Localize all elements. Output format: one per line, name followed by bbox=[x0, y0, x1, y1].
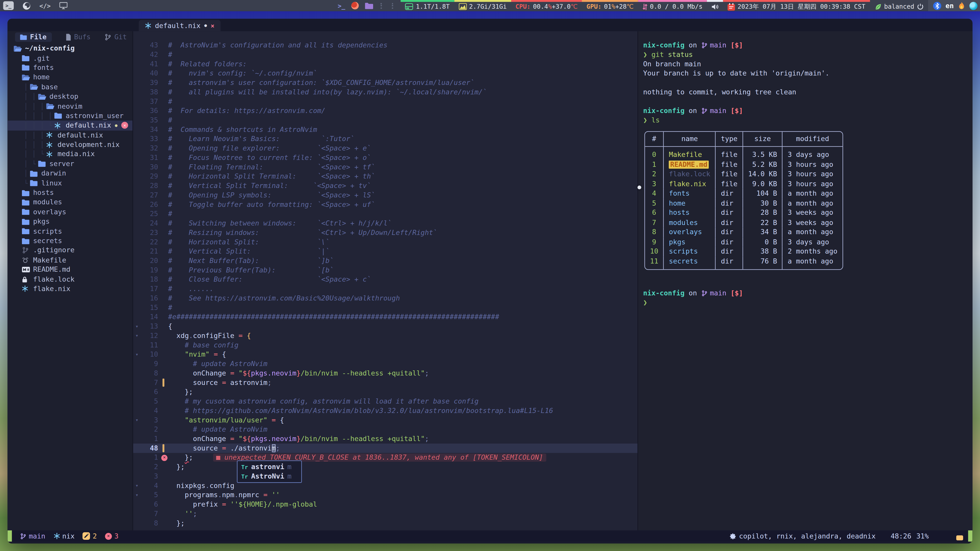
code-line[interactable]: 32# Opening file explorer: `<Space> + e` bbox=[133, 144, 638, 153]
code-line[interactable]: ▾10 "nvim" = { bbox=[133, 350, 638, 359]
tree-item[interactable]: │└server bbox=[7, 159, 132, 169]
tree-item[interactable]: │base bbox=[7, 82, 132, 92]
workspace-code-icon[interactable]: </> bbox=[39, 2, 51, 9]
code-line[interactable]: 2 # update AstroNvim bbox=[133, 425, 638, 434]
tree-item[interactable]: flake.lock bbox=[7, 275, 132, 284]
code-line[interactable]: 41# Related folders: bbox=[133, 59, 638, 69]
table-row[interactable]: 9pkgsdir0 B3 days ago bbox=[645, 237, 842, 247]
stat-memory[interactable]: 2.7Gi/31Gi bbox=[454, 0, 511, 11]
table-row[interactable]: 11secretsdir76 Ba month ago bbox=[645, 256, 842, 269]
fold-icon[interactable]: ▾ bbox=[133, 331, 141, 341]
code-line[interactable]: 37# bbox=[133, 97, 638, 106]
table-row[interactable]: 6hostsdir28 B3 weeks ago bbox=[645, 208, 842, 218]
code-line[interactable]: 16# See https://astronvim.com/Basic%20Us… bbox=[133, 294, 638, 303]
code-line[interactable]: 29# Horizontal Split Terminal: `<Space> … bbox=[133, 171, 638, 181]
code-line[interactable]: 40# nvim's config: `~/.config/nvim` bbox=[133, 68, 638, 78]
tree-item[interactable]: ││└media.nix bbox=[7, 149, 132, 159]
code-line[interactable]: 22# Horizontal Split: `\` bbox=[133, 238, 638, 247]
code-line[interactable]: 28# Vertical Split Terminal: `<Space> + … bbox=[133, 181, 638, 191]
tab-bufs[interactable]: Bufs bbox=[65, 33, 91, 41]
code-line[interactable]: 43# AstroNvim's configuration and all it… bbox=[133, 41, 638, 50]
code-line[interactable]: 2 }; bbox=[133, 462, 638, 472]
code-line[interactable]: 31# Focus Neotree to current file: `<Spa… bbox=[133, 153, 638, 162]
code-line[interactable]: 6 }; bbox=[133, 387, 638, 397]
workspace-browser-icon[interactable] bbox=[22, 2, 30, 10]
code-line[interactable]: 9 # update AstroNvim bbox=[133, 359, 638, 368]
stat-volume[interactable] bbox=[707, 0, 723, 11]
tree-item[interactable]: fonts bbox=[7, 63, 132, 73]
tree-item[interactable]: home bbox=[7, 73, 132, 83]
tree-item[interactable]: │││neovim bbox=[7, 102, 132, 111]
tree-item[interactable]: scripts bbox=[7, 227, 132, 236]
statusline-errors[interactable]: ✕ 3 bbox=[105, 532, 118, 540]
stat-network[interactable]: 0.0 / 0.0 Mb/s bbox=[638, 0, 707, 11]
table-row[interactable]: 5homedir30 Ba month ago bbox=[645, 198, 842, 208]
tree-item[interactable]: hosts bbox=[7, 188, 132, 198]
statusline-git-branch[interactable]: main bbox=[20, 532, 45, 540]
app-tray-icon[interactable] bbox=[969, 2, 977, 10]
table-row[interactable]: 1README.mdfile5.2 KB3 hours ago bbox=[645, 160, 842, 169]
code-line[interactable]: 27# Opening LSP symbols: `<Space> + lS` bbox=[133, 191, 638, 200]
fold-icon[interactable]: ▾ bbox=[133, 416, 141, 425]
code-line[interactable]: 19# Previous Buffer(Tab): `[b` bbox=[133, 265, 638, 275]
code-line[interactable]: ▾3 "astronvim/lua/user" = { bbox=[133, 416, 638, 425]
code-line[interactable]: 24# Switching between windows: `<Ctrl> +… bbox=[133, 219, 638, 228]
code-line[interactable]: 7 ''; bbox=[133, 509, 638, 519]
taskbar-terminal-icon[interactable]: >_ bbox=[338, 2, 345, 9]
code-line[interactable]: 42# bbox=[133, 50, 638, 59]
stat-clock[interactable]: 2023年 07月 13日 星期四 00:39:38 CST bbox=[723, 0, 870, 11]
completion-item[interactable]: Trastronvim bbox=[238, 462, 301, 472]
table-row[interactable]: 8overlaysdir34 Ba month ago bbox=[645, 227, 842, 237]
tree-item[interactable]: .gitignore bbox=[7, 246, 132, 256]
completion-item[interactable]: TrAstroNvim bbox=[238, 472, 301, 481]
code-line[interactable]: 18# Close Buffer: `<Space> + c` bbox=[133, 275, 638, 284]
table-row[interactable]: 0Makefilefile3.5 KB3 days ago bbox=[645, 147, 842, 160]
code-line[interactable]: 1 onChange = "${pkgs.neovim}/bin/nvim --… bbox=[133, 434, 638, 444]
tree-item[interactable]: overlays bbox=[7, 207, 132, 217]
code-line[interactable]: 35# bbox=[133, 116, 638, 125]
bluetooth-icon[interactable] bbox=[933, 2, 941, 10]
power-icon[interactable] bbox=[917, 3, 924, 10]
fold-icon[interactable]: ▾ bbox=[133, 322, 141, 331]
code-line[interactable]: 38# all plugins will be installed into(b… bbox=[133, 87, 638, 97]
fold-icon[interactable]: ▾ bbox=[133, 350, 141, 359]
tree-item[interactable]: │││development.nix bbox=[7, 140, 132, 149]
code-line[interactable]: ▾12 xdg.configFile = { bbox=[133, 331, 638, 341]
tree-item[interactable]: .git bbox=[7, 53, 132, 63]
code-line[interactable]: 4 # https://github.com/AstroNvim/AstroNv… bbox=[133, 406, 638, 416]
code-editor[interactable]: 43# AstroNvim's configuration and all it… bbox=[133, 31, 638, 530]
code-line[interactable]: 17# ...... bbox=[133, 284, 638, 294]
close-icon[interactable]: ✕ bbox=[121, 122, 128, 129]
tree-item[interactable]: pkgs bbox=[7, 217, 132, 227]
code-line[interactable]: 23# Resizing windows: `<Ctrl> + Up/Down/… bbox=[133, 228, 638, 238]
tree-item[interactable]: └linux bbox=[7, 178, 132, 188]
taskbar-files-icon[interactable] bbox=[365, 2, 373, 9]
tree-item[interactable]: ││desktop bbox=[7, 92, 132, 102]
code-line[interactable]: 26# Toggle buffer auto formatting: `<Spa… bbox=[133, 200, 638, 210]
code-line[interactable]: 15# bbox=[133, 303, 638, 313]
buffer-tab[interactable]: default.nix ● × bbox=[139, 20, 221, 31]
code-line[interactable]: 33# Learn Neovim's Basics: `:Tutor` bbox=[133, 135, 638, 144]
tree-item[interactable]: modules bbox=[7, 197, 132, 207]
code-line[interactable]: 30# Floating Terminal: `<Space> + tf` bbox=[133, 162, 638, 172]
tree-item[interactable]: │││└default.nix●✕ bbox=[7, 121, 132, 130]
stat-disk[interactable]: 1.1T/1.8T bbox=[401, 0, 454, 11]
statusline-warnings[interactable]: 2 bbox=[83, 532, 97, 540]
tree-item[interactable]: README.md bbox=[7, 265, 132, 275]
code-line[interactable]: ▾5 programs.npm.npmrc = '' bbox=[133, 490, 638, 500]
code-line[interactable]: 6 prefix = ''${HOME}/.npm-global bbox=[133, 500, 638, 509]
taskbar-firefox-icon[interactable] bbox=[352, 2, 359, 9]
workspace-terminal-icon[interactable]: >_ bbox=[3, 1, 14, 10]
code-line[interactable]: 8 }; bbox=[133, 519, 638, 528]
flame-icon[interactable] bbox=[958, 2, 965, 10]
terminal-pane[interactable]: nix-config on main [$]❯ git statusOn bra… bbox=[638, 31, 972, 530]
code-line[interactable]: 20# Next Buffer(Tab): `]b` bbox=[133, 256, 638, 265]
tree-item[interactable]: ~/nix-config bbox=[7, 44, 132, 53]
code-line[interactable]: ▾13{ bbox=[133, 322, 638, 331]
code-line[interactable]: 5 # my cusotom astronvim config, astronv… bbox=[133, 397, 638, 406]
stat-gpu[interactable]: GPU: 01%+28℃ bbox=[582, 0, 638, 11]
stat-power-profile[interactable]: balanced bbox=[870, 0, 928, 11]
code-line[interactable]: 14#e####################################… bbox=[133, 312, 638, 322]
tree-item[interactable]: Makefile bbox=[7, 256, 132, 265]
code-line[interactable]: 21# Vertical Split: `|` bbox=[133, 247, 638, 256]
